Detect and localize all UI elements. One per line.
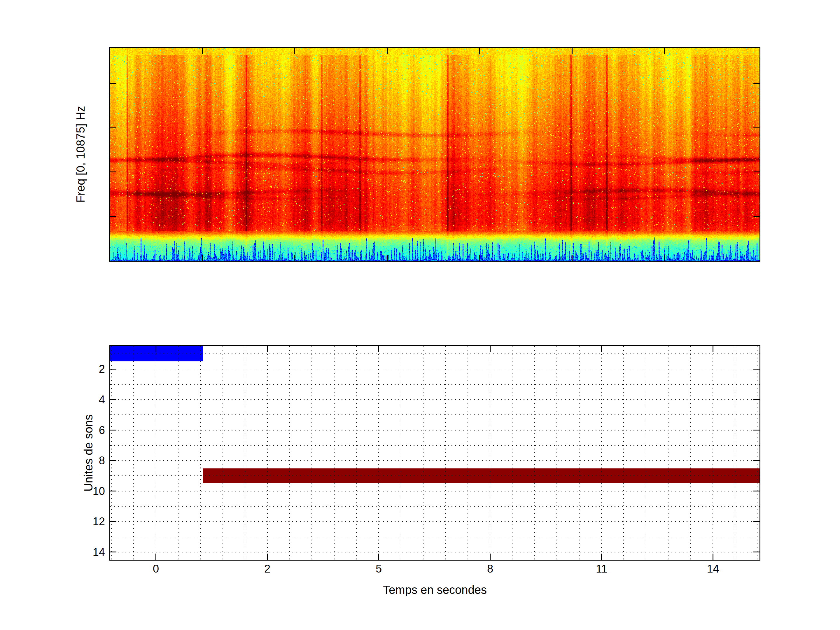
grid-line-vertical [378,346,379,560]
grid-line-vertical [445,346,446,560]
grid-line-vertical [556,346,557,560]
axis-tick [110,128,116,128]
axis-tick [479,48,480,54]
axis-tick [572,48,573,54]
axis-tick [712,554,714,560]
axis-tick [601,554,602,560]
grid-line-horizontal [110,460,759,461]
grid-line-vertical [735,346,735,560]
grid-line-vertical [534,346,535,560]
axis-tick [387,48,388,54]
axis-tick [110,491,116,491]
axis-tick [267,346,268,352]
grid-line-vertical [156,346,156,560]
grid-line-vertical [334,346,335,560]
axis-tick [753,399,759,400]
axis-tick [753,521,759,522]
grid-line-vertical [267,346,268,560]
units-chart-panel [109,345,760,561]
x-tick-label: 14 [690,562,736,575]
axis-tick [155,554,156,560]
axis-tick [267,554,268,560]
spectrogram-y-axis-label: Freq [0, 10875] Hz [74,106,87,202]
axis-tick [753,172,759,172]
axis-tick [753,128,759,128]
axis-tick [294,255,295,261]
grid-line-vertical [401,346,401,560]
grid-line-vertical [512,346,512,560]
grid-line-vertical [200,346,201,560]
axis-tick [664,48,665,54]
grid-line-vertical [690,346,691,560]
grid-line-vertical [490,346,490,560]
axis-tick [155,346,156,352]
y-tick-label: 12 [64,515,105,529]
grid-line-horizontal [110,399,759,400]
axis-tick [294,48,295,54]
x-tick-label: 8 [467,562,514,575]
matlab-figure: { "figure": { "background": "#ffffff", "… [0,0,840,630]
y-tick-label: 4 [64,393,105,407]
axis-tick [753,83,759,84]
spectrogram-panel [109,47,760,262]
axis-tick [753,460,759,461]
grid-line-vertical [467,346,468,560]
grid-line-horizontal [110,445,759,446]
grid-line-vertical [178,346,178,560]
axis-tick [490,346,491,352]
grid-line-vertical [223,346,223,560]
axis-tick [479,255,480,261]
axis-tick [753,369,759,369]
grid-line-horizontal [110,430,759,431]
axis-tick [378,346,379,352]
grid-line-horizontal [110,491,759,491]
grid-line-vertical [289,346,290,560]
spectrogram-canvas [110,48,759,261]
grid-line-vertical [111,346,112,560]
axis-tick [110,460,116,461]
grid-line-horizontal [110,552,759,553]
axis-tick [110,369,116,369]
axis-tick [110,399,116,400]
units-y-axis-label: Unites de sons [82,414,95,492]
axis-tick [664,255,665,261]
x-tick-label: 2 [244,562,291,575]
axis-tick [753,429,759,431]
grid-line-vertical [712,346,713,560]
grid-line-vertical [356,346,357,560]
grid-line-vertical [757,346,758,560]
grid-line-horizontal [110,354,759,354]
grid-line-horizontal [110,475,759,476]
units-x-axis-label: Temps en secondes [383,583,487,597]
grid-line-vertical [623,346,624,560]
axis-tick [202,48,203,54]
grid-line-vertical [423,346,423,560]
grid-line-vertical [245,346,245,560]
axis-tick [712,346,714,352]
axis-tick [753,216,759,217]
axis-tick [110,521,116,522]
axis-tick [110,172,116,172]
grid-line-vertical [601,346,602,560]
axis-tick [490,554,491,560]
axis-tick [387,255,388,261]
x-tick-label: 5 [355,562,402,575]
x-tick-label: 11 [578,562,625,575]
grid-line-horizontal [110,537,759,537]
grid-line-horizontal [110,369,759,369]
grid-line-vertical [646,346,646,560]
grid-line-horizontal [110,414,759,415]
axis-tick [110,216,116,217]
axis-tick [378,554,379,560]
grid-line-vertical [579,346,579,560]
x-tick-label: 0 [133,562,179,575]
grid-line-vertical [311,346,312,560]
grid-line-horizontal [110,384,759,385]
axis-tick [601,346,602,352]
y-tick-label: 14 [64,545,105,559]
axis-tick [753,551,759,553]
axis-tick [202,255,203,261]
grid-line-vertical [133,346,134,560]
axis-tick [572,255,573,261]
axis-tick [110,83,116,84]
